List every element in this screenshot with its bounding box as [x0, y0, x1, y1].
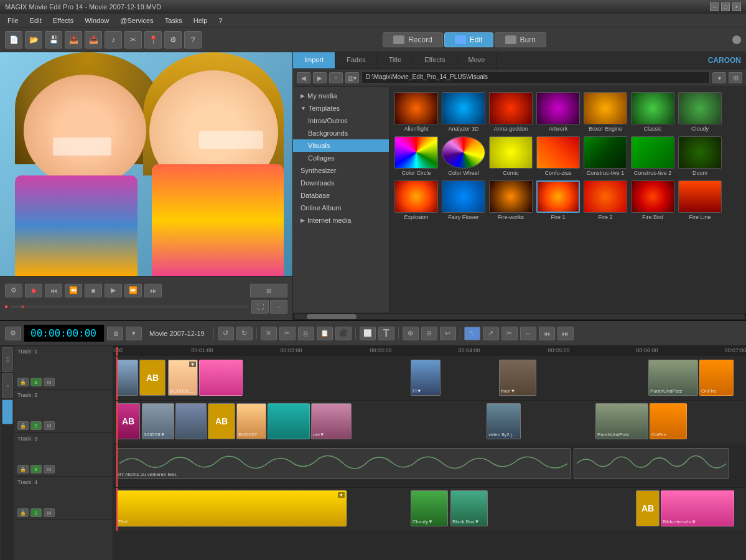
- clip-dropdown[interactable]: ▼: [189, 362, 196, 367]
- save-button[interactable]: 💾: [45, 31, 62, 49]
- folder-dropdown[interactable]: ▥▾: [345, 72, 359, 83]
- clip-t2-onfire2[interactable]: OnFire: [650, 403, 687, 439]
- clip-t2-img4[interactable]: onl▼: [311, 403, 352, 439]
- clip-t1-img3[interactable]: frien▼: [499, 360, 536, 396]
- back-frame-button[interactable]: ↩: [440, 327, 456, 340]
- tl-monitor-button[interactable]: 🖥: [107, 327, 123, 340]
- forward-button[interactable]: ⏩: [124, 284, 142, 297]
- trim-button[interactable]: ⬜: [360, 327, 376, 340]
- play-button[interactable]: ▶: [105, 284, 122, 297]
- forward-nav-button[interactable]: ▶: [313, 72, 327, 83]
- tl-dropdown-button[interactable]: ▾: [126, 327, 142, 340]
- clip-t3-audio2[interactable]: [574, 448, 729, 479]
- new-button[interactable]: 📄: [5, 31, 22, 49]
- rewind-button[interactable]: ⏪: [65, 284, 82, 297]
- tree-backgrounds[interactable]: Backgrounds: [293, 127, 389, 139]
- burn-mode-button[interactable]: Burn: [495, 32, 546, 47]
- clip-t4-cloudy[interactable]: Cloudy▼: [411, 490, 448, 526]
- track-4-solo[interactable]: S: [30, 508, 42, 517]
- unlink-button[interactable]: ⊖: [421, 327, 437, 340]
- media-fireline[interactable]: Fire Line: [678, 180, 722, 221]
- prev-button[interactable]: ⏮: [45, 284, 62, 297]
- media-colorwheel[interactable]: Color Wheel: [442, 136, 485, 177]
- menu-services[interactable]: @Services: [115, 16, 158, 26]
- track-3-lock[interactable]: 🔒: [17, 465, 29, 474]
- close-btn[interactable]: ✕: [261, 327, 277, 340]
- move-tool[interactable]: ↖: [464, 327, 480, 340]
- track-3-mute[interactable]: M: [44, 465, 55, 474]
- clip-t1-img2[interactable]: Fl▼: [411, 360, 441, 396]
- maximize-button[interactable]: □: [721, 2, 730, 11]
- import-button[interactable]: 📥: [85, 31, 102, 49]
- tab-move[interactable]: Move: [457, 52, 497, 68]
- clip-t2-ab2[interactable]: AB: [208, 403, 235, 439]
- monitor-selector[interactable]: ▥: [250, 284, 287, 297]
- next-marker[interactable]: ⏭: [557, 327, 574, 340]
- stop-button[interactable]: ■: [85, 284, 102, 297]
- track-4-lock[interactable]: 🔒: [17, 508, 29, 517]
- path-dropdown[interactable]: ▾: [712, 72, 726, 83]
- menu-file[interactable]: File: [2, 16, 24, 26]
- edit-mode-button[interactable]: Edit: [444, 32, 493, 47]
- preview-settings-button[interactable]: ⚙: [5, 284, 22, 297]
- text-button[interactable]: T: [378, 327, 394, 340]
- hscroll-track[interactable]: [294, 314, 745, 319]
- tab-fades[interactable]: Fades: [335, 52, 378, 68]
- clip-t1-punth[interactable]: PunthUndPatz: [648, 360, 698, 396]
- select-tool[interactable]: ↗: [483, 327, 499, 340]
- track-4-mute[interactable]: M: [44, 508, 55, 517]
- media-armageddon[interactable]: Arma-geddon: [489, 92, 533, 133]
- help-tool-button[interactable]: ?: [184, 31, 202, 49]
- tree-templates[interactable]: ▼ Templates: [293, 102, 389, 114]
- clip-t2-bud2[interactable]: BUD027.JPG▼: [236, 403, 266, 439]
- media-comic[interactable]: Comic: [489, 136, 533, 177]
- grid-view-button[interactable]: ⊞: [729, 72, 742, 83]
- media-alienflight[interactable]: Alienflight: [394, 92, 438, 133]
- clip-t1-ab[interactable]: AB: [139, 360, 166, 396]
- media-fireworks[interactable]: Fire-works: [489, 180, 533, 221]
- paste-button[interactable]: 📋: [317, 327, 333, 340]
- track-2-solo[interactable]: S: [30, 421, 42, 430]
- path-bar[interactable]: D:\Magix\Movie_Edit_Pro_14_PLUS\Visuals: [361, 72, 710, 84]
- close-button[interactable]: ×: [732, 2, 741, 11]
- track-2-lock[interactable]: 🔒: [17, 421, 29, 430]
- link-button[interactable]: ⊕: [403, 327, 419, 340]
- clip-t1-onfire[interactable]: OnFire: [699, 360, 734, 396]
- clip-t1-1[interactable]: [116, 360, 138, 396]
- tree-collages[interactable]: Collages: [293, 152, 389, 164]
- track-1-solo[interactable]: S: [30, 378, 42, 386]
- scrub-bar[interactable]: [10, 306, 249, 308]
- menu-effects[interactable]: Effects: [48, 16, 78, 26]
- tree-online-album[interactable]: Online Album: [293, 202, 389, 214]
- menu-edit[interactable]: Edit: [25, 16, 47, 26]
- mixer-button[interactable]: ≡: [2, 373, 13, 398]
- media-colorcircle[interactable]: Color Circle: [394, 136, 438, 177]
- clip-t4-ab3[interactable]: AB: [636, 490, 660, 526]
- slip-tool[interactable]: ↔: [520, 327, 536, 340]
- open-button[interactable]: 📂: [25, 31, 42, 49]
- tree-intros[interactable]: Intros/Outros: [293, 114, 389, 127]
- media-cloudy[interactable]: Cloudy: [678, 92, 722, 133]
- clip-t2-punth2[interactable]: PunthUndPatz: [595, 403, 648, 439]
- tree-downloads[interactable]: Downloads: [293, 177, 389, 189]
- tree-mymedia[interactable]: ▶ My media: [293, 90, 389, 102]
- tree-database[interactable]: Database: [293, 189, 389, 202]
- record-button[interactable]: ●: [25, 284, 42, 297]
- menu-help-icon[interactable]: ?: [213, 16, 227, 26]
- clip-t2-img1[interactable]: 303558▼: [142, 403, 174, 439]
- razor-tool[interactable]: ✂: [501, 327, 518, 340]
- list-button[interactable]: ≡: [2, 399, 13, 424]
- fx-button[interactable]: FX: [2, 347, 13, 372]
- clip-t2-teal[interactable]: [268, 403, 310, 439]
- export-button[interactable]: 📤: [65, 31, 82, 49]
- media-constructive2[interactable]: Construc-tive 2: [631, 136, 674, 177]
- media-boxer[interactable]: Boxer Engine: [584, 92, 627, 133]
- back-button[interactable]: ◀: [297, 72, 310, 83]
- glue-button[interactable]: ⬛: [335, 327, 352, 340]
- media-artwork[interactable]: Artwork: [536, 92, 580, 133]
- marker-button[interactable]: 📍: [144, 31, 162, 49]
- next-button[interactable]: ⏭: [144, 284, 162, 297]
- fullscreen-button[interactable]: ⛶: [251, 300, 269, 314]
- clip-t4-blackbox[interactable]: Black Box▼: [450, 490, 488, 526]
- minimize-button[interactable]: −: [710, 2, 719, 11]
